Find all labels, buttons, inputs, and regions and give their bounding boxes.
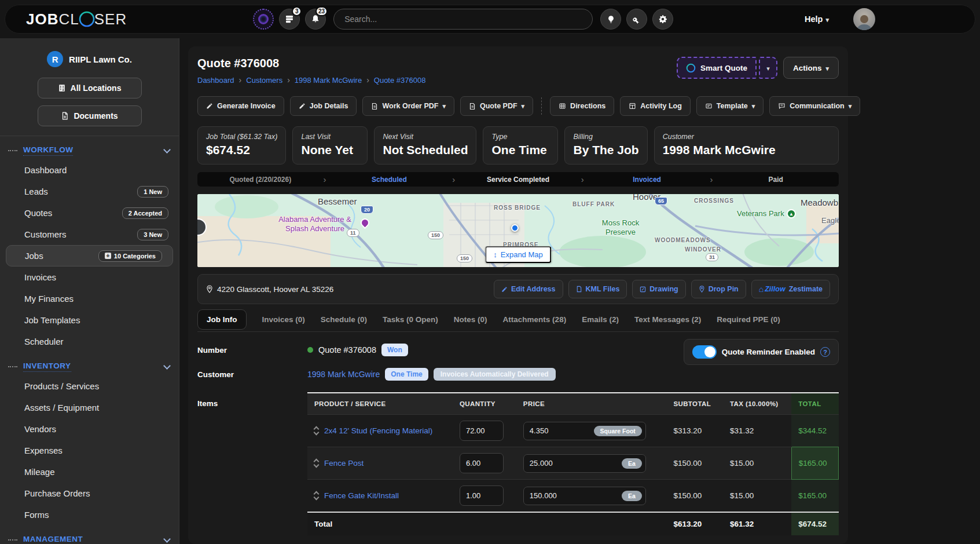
help-question-icon[interactable]: ? xyxy=(820,347,830,357)
tab-notes[interactable]: Notes (0) xyxy=(454,315,487,324)
sidebar-item-assets-equipment[interactable]: Assets / Equipment xyxy=(0,397,179,418)
drop-pin-button[interactable]: Drop Pin xyxy=(691,280,746,298)
chevron-down-icon xyxy=(163,362,171,370)
job-details-button[interactable]: Job Details xyxy=(290,96,357,116)
breadcrumb-customer[interactable]: 1998 Mark McGwire xyxy=(295,76,362,85)
reorder-handle[interactable] xyxy=(314,492,318,499)
sidebar-item-scheduler[interactable]: Scheduler xyxy=(0,331,179,352)
quote-reminder-toggle[interactable] xyxy=(692,345,717,359)
activity-log-button[interactable]: Activity Log xyxy=(620,96,691,116)
breadcrumb-quote[interactable]: Quote #376008 xyxy=(374,76,426,85)
reorder-handle[interactable] xyxy=(314,427,318,435)
queue-button[interactable]: 3 xyxy=(279,9,300,30)
sidebar-item-vendors[interactable]: Vendors xyxy=(0,418,179,440)
all-locations-button[interactable]: All Locations xyxy=(38,78,142,98)
sidebar-item-mileage[interactable]: Mileage xyxy=(0,461,179,483)
settings-button[interactable] xyxy=(652,9,673,30)
logo-text-cl: CL xyxy=(58,10,79,28)
documents-label: Documents xyxy=(74,111,118,121)
sidebar-item-customers[interactable]: Customers3 New xyxy=(0,224,179,245)
tab-invoices[interactable]: Invoices (0) xyxy=(262,315,305,324)
help-menu[interactable]: Help xyxy=(805,14,829,24)
product-link[interactable]: Fence Post xyxy=(324,459,364,468)
generate-invoice-button[interactable]: Generate Invoice xyxy=(197,96,284,116)
route-150-shield: 150 xyxy=(428,231,443,239)
zillow-zestimate-button[interactable]: ZillowZestimate xyxy=(751,280,830,298)
progress-quoted[interactable]: Quoted (2/20/2026) xyxy=(197,176,324,184)
section-management[interactable]: MANAGEMENT xyxy=(8,535,170,544)
sidebar-item-invoices[interactable]: Invoices xyxy=(0,266,179,288)
quantity-input[interactable] xyxy=(460,421,504,441)
notifications-count-badge: 23 xyxy=(315,6,328,16)
sidebar-item-forms[interactable]: Forms xyxy=(0,504,179,525)
sidebar-item-my-finances[interactable]: My Finances xyxy=(0,288,179,309)
product-link[interactable]: 2x4 12' Stud (Fencing Material) xyxy=(324,426,432,435)
template-button[interactable]: Template xyxy=(696,96,764,116)
smart-quote-dropdown-button[interactable] xyxy=(759,57,777,79)
location-map[interactable]: Bessemer Alabama Adventure & Splash Adve… xyxy=(197,194,839,267)
search-input[interactable] xyxy=(333,9,593,30)
tips-button[interactable] xyxy=(600,9,621,30)
tab-text-messages[interactable]: Text Messages (2) xyxy=(634,315,701,324)
progress-scheduled[interactable]: Scheduled xyxy=(326,176,453,184)
progress-service-completed[interactable]: Service Completed xyxy=(455,176,581,184)
tax-value: $15.00 xyxy=(723,447,791,480)
tab-schedule[interactable]: Schedule (0) xyxy=(321,315,367,324)
actions-button[interactable]: Actions xyxy=(783,57,839,79)
tab-job-info[interactable]: Job Info xyxy=(197,309,247,330)
breadcrumb-customers[interactable]: Customers xyxy=(246,76,282,85)
assistant-ring-icon xyxy=(258,14,269,24)
expand-map-button[interactable]: ↕Expand Map xyxy=(485,246,551,263)
quantity-input[interactable] xyxy=(460,453,504,473)
total-value: $165.00 xyxy=(791,480,838,513)
tab-emails[interactable]: Emails (2) xyxy=(582,315,619,324)
section-inventory[interactable]: INVENTORY xyxy=(8,362,170,372)
progress-invoiced[interactable]: Invoiced xyxy=(584,176,710,184)
quantity-input[interactable] xyxy=(460,485,504,506)
item-label: Dashboard xyxy=(24,165,67,175)
sidebar-item-job-templates[interactable]: Job Templates xyxy=(0,309,179,331)
price-input[interactable]: 150.000Ea xyxy=(523,487,646,505)
directions-button[interactable]: Directions xyxy=(550,96,614,116)
work-order-pdf-button[interactable]: Work Order PDF xyxy=(362,96,454,116)
smart-quote-button[interactable]: Smart Quote xyxy=(677,57,757,79)
topbar-center-group: 3 23 xyxy=(253,9,673,30)
quote-pdf-button[interactable]: Quote PDF xyxy=(460,96,533,116)
chevron-down-icon xyxy=(825,64,829,72)
section-inventory-label: INVENTORY xyxy=(23,362,71,372)
price-input[interactable]: 25.000Ea xyxy=(523,454,646,473)
price-input[interactable]: 4.350Square Foot xyxy=(523,422,646,440)
product-link[interactable]: Fence Gate Kit/Install xyxy=(324,491,399,500)
user-avatar[interactable] xyxy=(853,8,875,30)
sidebar-item-jobs[interactable]: Jobs10 Categories xyxy=(6,245,173,266)
edit-address-button[interactable]: Edit Address xyxy=(494,280,563,298)
sidebar-item-expenses[interactable]: Expenses xyxy=(0,440,179,461)
documents-button[interactable]: Documents xyxy=(38,105,142,126)
tab-attachments[interactable]: Attachments (28) xyxy=(503,315,567,324)
customer-link[interactable]: 1998 Mark McGwire xyxy=(307,370,380,379)
section-workflow[interactable]: WORKFLOW xyxy=(8,145,170,156)
interstate-65-shield: 65 xyxy=(655,197,667,205)
stat-type: TypeOne Time xyxy=(483,126,558,165)
kml-files-button[interactable]: KML Files xyxy=(568,280,627,298)
sidebar-item-dashboard[interactable]: Dashboard xyxy=(0,159,179,181)
breadcrumb-dashboard[interactable]: Dashboard xyxy=(197,76,234,85)
tab-required-ppe[interactable]: Required PPE (0) xyxy=(717,315,780,324)
sidebar-item-purchase-orders[interactable]: Purchase Orders xyxy=(0,483,179,504)
tab-tasks[interactable]: Tasks (0 Open) xyxy=(383,315,438,324)
sidebar-item-leads[interactable]: Leads1 New xyxy=(0,181,179,202)
progress-paid[interactable]: Paid xyxy=(713,176,839,184)
item-label: Mileage xyxy=(24,467,55,477)
reorder-handle[interactable] xyxy=(314,459,318,467)
company-header: R RIIPL Lawn Co. xyxy=(0,51,179,67)
sidebar-item-products-services[interactable]: Products / Services xyxy=(0,375,179,397)
smart-assistant-button[interactable] xyxy=(253,9,274,30)
notifications-button[interactable]: 23 xyxy=(305,9,326,30)
communication-button[interactable]: Communication xyxy=(769,96,860,116)
stat-next-visit: Next VisitNot Scheduled xyxy=(374,126,476,165)
api-keys-button[interactable] xyxy=(626,9,647,30)
sidebar-item-quotes[interactable]: Quotes2 Accepted xyxy=(0,202,179,224)
number-label: Number xyxy=(197,346,307,355)
lightbulb-icon xyxy=(607,15,615,24)
drawing-button[interactable]: Drawing xyxy=(632,280,685,298)
